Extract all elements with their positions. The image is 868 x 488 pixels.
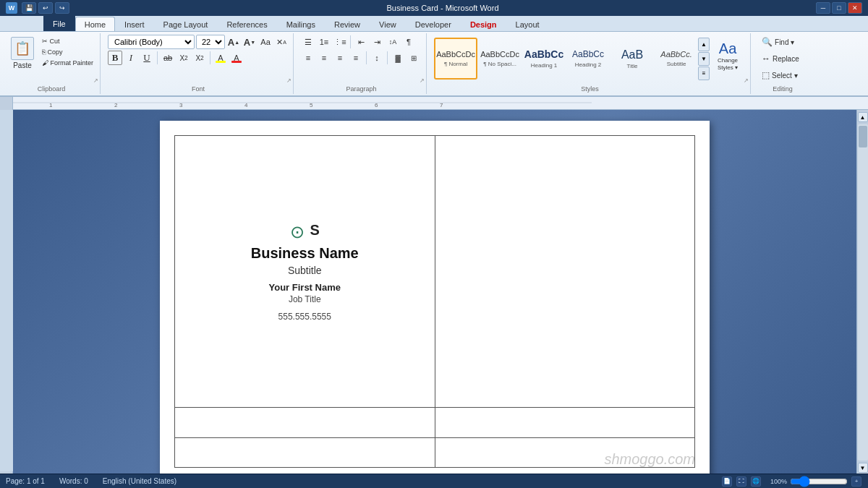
style-subtitle[interactable]: AaBbCc. Subtitle (655, 38, 698, 80)
tab-insert[interactable]: Insert (115, 17, 154, 31)
superscript-btn[interactable]: X2 (192, 51, 207, 65)
format-painter-button[interactable]: 🖌 Format Painter (40, 58, 95, 68)
style-title[interactable]: AaB Title (610, 38, 654, 80)
change-styles-button[interactable]: Aa ChangeStyles ▾ (710, 35, 746, 77)
shrink-font-btn[interactable]: A▼ (242, 35, 257, 49)
strikethrough-btn[interactable]: ab (161, 51, 175, 65)
card-cell-bot-right[interactable] (435, 437, 695, 467)
style-heading1-label: Heading 1 (531, 62, 557, 69)
redo-quick-btn[interactable]: ↪ (55, 2, 69, 14)
cut-button[interactable]: ✂ Cut (40, 36, 95, 46)
change-case-btn[interactable]: Aa (258, 35, 273, 49)
tab-pagelayout[interactable]: Page Layout (154, 17, 218, 31)
document-area: ⊙ S Business Name Subtitle Your First Na… (0, 110, 868, 474)
window-controls: ─ □ ✕ (816, 2, 862, 14)
close-btn[interactable]: ✕ (848, 2, 862, 14)
scroll-thumb[interactable] (859, 126, 867, 147)
paste-button[interactable]: 📋 Paste (7, 35, 38, 72)
style-heading1[interactable]: AaBbCc Heading 1 (522, 38, 566, 80)
zoom-in-btn[interactable]: + (851, 476, 861, 487)
replace-button[interactable]: ↔ Replace (758, 51, 807, 66)
scroll-up-btn[interactable]: ▲ (858, 112, 868, 122)
style-normal[interactable]: AaBbCcDc ¶ Normal (434, 38, 477, 80)
copy-button[interactable]: ⎘ Copy (40, 47, 95, 57)
full-screen-btn[interactable]: ⛶ (736, 476, 746, 487)
para-expand[interactable]: ↗ (420, 77, 425, 84)
tab-references[interactable]: References (217, 17, 276, 31)
styles-expand[interactable]: ↗ (744, 77, 749, 84)
justify-btn[interactable]: ≡ (349, 51, 363, 65)
card-job-title[interactable]: Job Title (181, 294, 429, 304)
bullets-btn[interactable]: ☰ (301, 35, 315, 49)
grow-font-btn[interactable]: A▲ (226, 35, 241, 49)
svg-text:4: 4 (244, 102, 248, 108)
font-expand[interactable]: ↗ (286, 77, 292, 84)
font-size-select[interactable]: 22 89101112 14161820 2428364872 (196, 35, 225, 49)
card-subtitle[interactable]: Subtitle (181, 265, 429, 276)
style-heading2[interactable]: AaBbCc Heading 2 (566, 38, 610, 80)
scroll-down-btn[interactable]: ▼ (858, 463, 868, 473)
tab-layout[interactable]: Layout (506, 17, 549, 31)
maximize-btn[interactable]: □ (832, 2, 846, 14)
minimize-btn[interactable]: ─ (816, 2, 830, 14)
align-right-btn[interactable]: ≡ (333, 51, 347, 65)
multilevel-btn[interactable]: ⋮≡ (333, 35, 347, 49)
ruler-area: 1 2 3 4 5 6 7 (0, 97, 868, 110)
find-button[interactable]: 🔍 Find ▾ (758, 35, 807, 49)
clear-formatting-btn[interactable]: ✕A (274, 35, 289, 49)
decrease-indent-btn[interactable]: ⇤ (354, 35, 368, 49)
card-your-name[interactable]: Your First Name (181, 282, 429, 293)
card-business-name[interactable]: Business Name (181, 245, 429, 262)
card-cell-mid-left[interactable] (175, 408, 435, 437)
increase-indent-btn[interactable]: ⇥ (370, 35, 384, 49)
italic-btn[interactable]: I (124, 51, 138, 65)
editing-group: 🔍 Find ▾ ↔ Replace ⬚ Select ▾ Editing (754, 33, 812, 94)
font-color-btn[interactable]: A (229, 51, 244, 65)
styles-scroll-more[interactable]: ≡ (698, 67, 710, 80)
style-subtitle-preview: AaBbCc. (660, 50, 692, 59)
show-marks-btn[interactable]: ¶ (401, 35, 416, 49)
right-scrollbar: ▲ ▼ (856, 110, 868, 474)
card-cell-mid-right[interactable] (435, 408, 695, 437)
line-spacing-btn[interactable]: ↕ (370, 51, 384, 65)
card-cell-bot-left[interactable] (175, 437, 435, 467)
clipboard-expand[interactable]: ↗ (93, 77, 98, 84)
card-cell-main[interactable]: ⊙ S Business Name Subtitle Your First Na… (175, 136, 435, 408)
bold-btn[interactable]: B (108, 51, 122, 65)
web-layout-btn[interactable]: 🌐 (751, 476, 761, 487)
tab-view[interactable]: View (370, 17, 406, 31)
tab-mailings[interactable]: Mailings (277, 17, 325, 31)
select-button[interactable]: ⬚ Select ▾ (758, 68, 807, 82)
style-heading2-preview: AaBbCc (572, 49, 604, 59)
sort-btn[interactable]: ↕A (386, 35, 400, 49)
para-row-2: ≡ ≡ ≡ ≡ ↕ ▓ ⊞ (301, 51, 422, 65)
tab-developer[interactable]: Developer (406, 17, 461, 31)
svg-text:6: 6 (375, 102, 378, 108)
tab-file[interactable]: File (43, 15, 75, 31)
shading-btn[interactable]: ▓ (391, 51, 405, 65)
zoom-slider[interactable] (790, 478, 848, 485)
text-highlight-btn[interactable]: A (213, 51, 228, 65)
print-layout-btn[interactable]: 📄 (722, 476, 732, 487)
underline-btn[interactable]: U (140, 51, 154, 65)
document-scroll-area[interactable]: ⊙ S Business Name Subtitle Your First Na… (13, 110, 856, 474)
align-left-btn[interactable]: ≡ (301, 51, 315, 65)
styles-scroll-up[interactable]: ▲ (698, 38, 710, 51)
subscript-btn[interactable]: X2 (176, 51, 191, 65)
save-quick-btn[interactable]: 💾 (22, 2, 36, 14)
tab-review[interactable]: Review (325, 17, 370, 31)
undo-quick-btn[interactable]: ↩ (38, 2, 53, 14)
styles-scroll-down[interactable]: ▼ (698, 52, 710, 66)
font-group: Calibri (Body) 22 89101112 14161820 2428… (103, 33, 294, 94)
style-nospacing[interactable]: AaBbCcDc ¶ No Spaci... (478, 38, 522, 80)
font-name-select[interactable]: Calibri (Body) (108, 35, 195, 49)
tab-home[interactable]: Home (75, 17, 115, 31)
tab-design[interactable]: Design (461, 17, 506, 31)
borders-btn[interactable]: ⊞ (407, 51, 421, 65)
numbering-btn[interactable]: 1≡ (317, 35, 331, 49)
card-cell-top-right[interactable] (435, 136, 695, 408)
card-logo-icon: ⊙ (290, 222, 305, 242)
scroll-track[interactable] (858, 124, 868, 461)
card-phone[interactable]: 555.555.5555 (181, 312, 429, 322)
align-center-btn[interactable]: ≡ (317, 51, 331, 65)
